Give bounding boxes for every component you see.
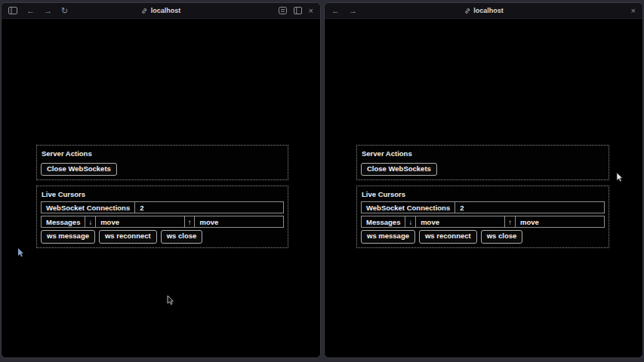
titlebar-left-actions: × [279, 7, 313, 15]
live-cursors-panel: Live Cursors WebSocket Connections 2 Mes… [356, 186, 609, 247]
ws-buttons-row: ws message ws reconnect ws close [41, 230, 284, 243]
reload-icon[interactable]: ↻ [61, 7, 68, 15]
browser-window-right: ← → localhost × Server Actions Close Web… [324, 2, 643, 358]
address-bar[interactable]: localhost [464, 3, 504, 18]
forward-icon[interactable]: → [44, 7, 52, 15]
server-actions-panel: Server Actions Close WebSockets [36, 145, 288, 180]
reader-view-icon[interactable] [279, 7, 287, 14]
ws-close-button[interactable]: ws close [161, 230, 203, 243]
ws-buttons-row: ws message ws reconnect ws close [361, 230, 605, 243]
messages-label: Messages [42, 216, 85, 227]
titlebar-right-nav: ← → [331, 7, 357, 15]
titlebar-right-actions: × [631, 7, 636, 15]
messages-row: Messages ↓ move ↑ move [41, 216, 284, 228]
page-title: localhost [151, 7, 181, 14]
last-message-up: move [195, 216, 283, 227]
connections-value: 2 [135, 202, 283, 213]
arrow-up-icon: ↑ [505, 216, 516, 227]
close-websockets-button[interactable]: Close WebSockets [41, 163, 117, 176]
titlebar-left-nav: ← → ↻ [8, 7, 68, 15]
page-content-left: Server Actions Close WebSockets Live Cur… [2, 19, 320, 358]
browser-window-left: ← → ↻ localhost [1, 2, 321, 358]
page-title: localhost [473, 7, 504, 14]
arrow-down-icon: ↓ [405, 216, 416, 227]
titlebar-right[interactable]: ← → localhost × [325, 3, 642, 19]
messages-row: Messages ↓ move ↑ move [361, 216, 605, 228]
server-actions-title: Server Actions [362, 149, 605, 158]
arrow-up-icon: ↑ [185, 216, 196, 227]
back-icon[interactable]: ← [331, 7, 340, 15]
panels-left: Server Actions Close WebSockets Live Cur… [36, 145, 288, 248]
connections-row: WebSocket Connections 2 [41, 201, 284, 213]
ws-close-button[interactable]: ws close [481, 230, 523, 243]
link-icon [464, 8, 470, 14]
ws-message-button[interactable]: ws message [41, 230, 95, 243]
link-icon [141, 8, 148, 14]
connections-label: WebSocket Connections [42, 202, 135, 213]
connections-value: 2 [455, 202, 604, 213]
arrow-down-icon: ↓ [85, 216, 96, 227]
last-message-up: move [516, 216, 604, 227]
sidebar-toggle-icon[interactable] [8, 7, 17, 14]
last-message-down: move [96, 216, 185, 227]
close-websockets-button[interactable]: Close WebSockets [361, 163, 437, 176]
connections-row: WebSocket Connections 2 [361, 201, 605, 213]
panels-right: Server Actions Close WebSockets Live Cur… [356, 145, 609, 248]
server-actions-panel: Server Actions Close WebSockets [356, 145, 609, 180]
ws-message-button[interactable]: ws message [361, 230, 415, 243]
titlebar-left[interactable]: ← → ↻ localhost [2, 3, 320, 19]
messages-label: Messages [362, 216, 405, 227]
page-content-right: Server Actions Close WebSockets Live Cur… [325, 19, 642, 358]
ws-reconnect-button[interactable]: ws reconnect [99, 230, 157, 243]
ws-reconnect-button[interactable]: ws reconnect [419, 230, 477, 243]
close-icon[interactable]: × [309, 7, 313, 15]
live-cursors-title: Live Cursors [42, 190, 284, 198]
server-actions-title: Server Actions [42, 149, 284, 158]
forward-icon[interactable]: → [349, 7, 357, 15]
close-icon[interactable]: × [631, 7, 636, 15]
connections-label: WebSocket Connections [362, 202, 455, 213]
back-icon[interactable]: ← [26, 7, 35, 15]
live-cursors-title: Live Cursors [362, 190, 605, 198]
tab-overview-icon[interactable] [294, 7, 302, 14]
address-bar[interactable]: localhost [141, 3, 181, 18]
last-message-down: move [416, 216, 505, 227]
live-cursors-panel: Live Cursors WebSocket Connections 2 Mes… [36, 186, 288, 247]
